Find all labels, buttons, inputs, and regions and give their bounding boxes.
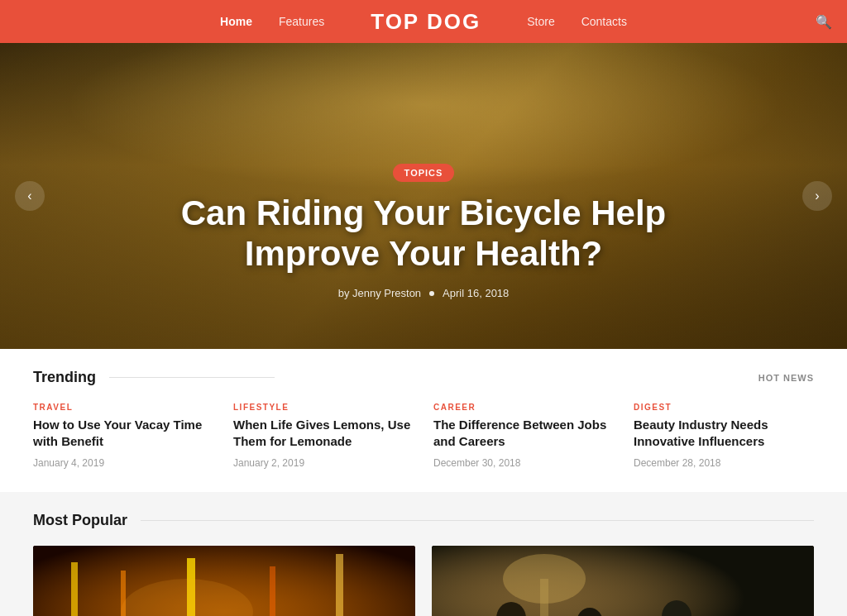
site-header: Home Features TOP DOG Store Contacts 🔍 (0, 0, 847, 43)
hero-content: TOPICS Can Riding Your Bicycle Help Impr… (134, 164, 713, 299)
popular-section: Most Popular (0, 492, 847, 617)
chevron-left-icon: ‹ (27, 189, 31, 203)
svg-rect-2 (71, 562, 78, 617)
chevron-right-icon: › (815, 189, 819, 203)
list-item: DIGEST Beauty Industry Needs Innovative … (634, 403, 814, 469)
hot-news-badge: HOT NEWS (758, 373, 814, 383)
search-button[interactable]: 🔍 (816, 14, 832, 30)
popular-card-0[interactable] (33, 546, 415, 617)
hero-section: ‹ TOPICS Can Riding Your Bicycle Help Im… (0, 43, 847, 349)
list-item: LIFESTYLE When Life Gives Lemons, Use Th… (233, 403, 414, 469)
nav-contacts[interactable]: Contacts (581, 15, 627, 28)
trending-title: Trending (33, 369, 96, 386)
trending-category-2[interactable]: CAREER (433, 403, 614, 412)
site-logo: TOP DOG (371, 9, 481, 35)
trending-date-3: December 28, 2018 (634, 457, 814, 469)
popular-title: Most Popular (33, 512, 127, 529)
list-item: CAREER The Difference Between Jobs and C… (433, 403, 614, 469)
popular-divider (141, 520, 814, 521)
popular-card-image-0 (33, 546, 415, 617)
trending-divider (109, 377, 275, 378)
trending-category-0[interactable]: TRAVEL (33, 403, 213, 412)
trending-date-1: January 2, 2019 (233, 457, 414, 469)
nav-home[interactable]: Home (220, 15, 252, 28)
trending-item-title-3[interactable]: Beauty Industry Needs Innovative Influen… (634, 417, 814, 451)
trending-header-left: Trending (33, 369, 275, 386)
hero-title: Can Riding Your Bicycle Help Improve You… (134, 193, 713, 274)
main-nav: Home Features TOP DOG Store Contacts (220, 9, 627, 35)
trending-date-2: December 30, 2018 (433, 457, 614, 469)
trending-header: Trending HOT NEWS (33, 369, 814, 386)
trending-item-title-0[interactable]: How to Use Your Vacay Time with Benefit (33, 417, 213, 451)
popular-card-1[interactable] (432, 546, 814, 617)
trending-category-3[interactable]: DIGEST (634, 403, 814, 412)
search-icon: 🔍 (816, 15, 832, 29)
trending-item-title-2[interactable]: The Difference Between Jobs and Careers (433, 417, 614, 451)
svg-rect-12 (432, 546, 814, 617)
trending-section: Trending HOT NEWS TRAVEL How to Use Your… (0, 349, 847, 492)
nav-features[interactable]: Features (279, 15, 324, 28)
trending-category-1[interactable]: LIFESTYLE (233, 403, 414, 412)
list-item: TRAVEL How to Use Your Vacay Time with B… (33, 403, 213, 469)
trending-date-0: January 4, 2019 (33, 457, 213, 469)
meta-dot (429, 291, 434, 296)
popular-grid (33, 546, 814, 617)
svg-rect-14 (540, 579, 548, 617)
trending-grid: TRAVEL How to Use Your Vacay Time with B… (33, 403, 814, 469)
hero-prev-button[interactable]: ‹ (15, 181, 45, 211)
hero-meta: by Jenny Preston April 16, 2018 (134, 287, 713, 299)
nav-store[interactable]: Store (527, 15, 554, 28)
popular-card-image-1 (432, 546, 814, 617)
hero-next-button[interactable]: › (802, 181, 832, 211)
trending-item-title-1[interactable]: When Life Gives Lemons, Use Them for Lem… (233, 417, 414, 451)
hero-author: by Jenny Preston (338, 287, 421, 299)
hero-tag[interactable]: TOPICS (393, 164, 455, 182)
hero-date: April 16, 2018 (443, 287, 509, 299)
popular-header: Most Popular (33, 512, 814, 529)
svg-rect-5 (270, 566, 275, 617)
svg-rect-6 (336, 554, 343, 617)
